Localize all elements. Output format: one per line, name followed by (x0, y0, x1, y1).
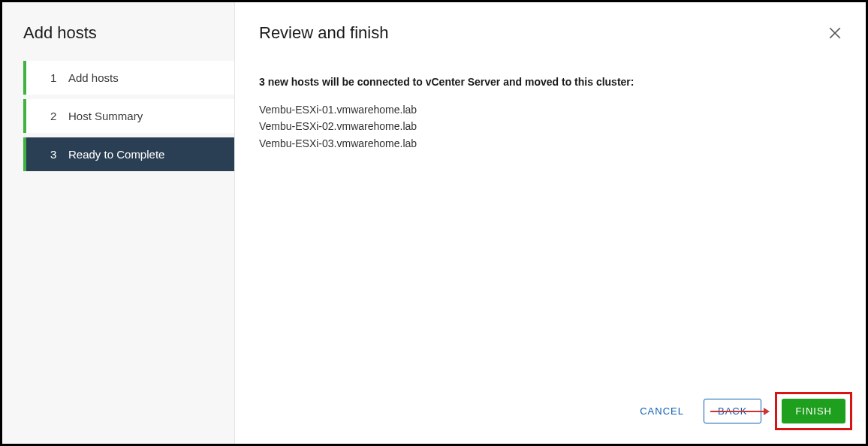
step-label: Ready to Complete (68, 148, 164, 161)
host-item: Vembu-ESXi-02.vmwarehome.lab (259, 118, 842, 134)
host-list: Vembu-ESXi-01.vmwarehome.lab Vembu-ESXi-… (259, 101, 842, 152)
cancel-button[interactable]: CANCEL (634, 398, 690, 424)
finish-highlight: FINISH (775, 392, 852, 430)
step-label: Host Summary (68, 110, 143, 122)
wizard-steps: 1 Add hosts 2 Host Summary 3 Ready to Co… (2, 61, 234, 176)
dialog-frame: Add hosts 1 Add hosts 2 Host Summary 3 R… (0, 0, 868, 446)
host-item: Vembu-ESXi-01.vmwarehome.lab (259, 101, 842, 118)
step-number: 3 (50, 148, 68, 161)
wizard-sidebar: Add hosts 1 Add hosts 2 Host Summary 3 R… (2, 2, 235, 444)
step-add-hosts[interactable]: 1 Add hosts (23, 61, 234, 95)
step-number: 2 (50, 110, 68, 122)
host-item: Vembu-ESXi-03.vmwarehome.lab (259, 135, 842, 152)
wizard-footer: CANCEL BACK FINISH (634, 392, 852, 430)
summary-heading: 3 new hosts will be connected to vCenter… (259, 76, 842, 88)
sidebar-title: Add hosts (2, 23, 234, 61)
content-title: Review and finish (259, 23, 842, 43)
finish-button[interactable]: FINISH (782, 399, 845, 423)
step-number: 1 (50, 71, 68, 84)
dialog: Add hosts 1 Add hosts 2 Host Summary 3 R… (2, 2, 866, 444)
step-host-summary[interactable]: 2 Host Summary (23, 99, 234, 133)
step-ready-to-complete[interactable]: 3 Ready to Complete (23, 137, 234, 171)
close-icon[interactable] (828, 26, 842, 40)
back-button[interactable]: BACK (704, 399, 761, 423)
wizard-content: Review and finish 3 new hosts will be co… (235, 2, 866, 444)
step-label: Add hosts (68, 71, 119, 84)
